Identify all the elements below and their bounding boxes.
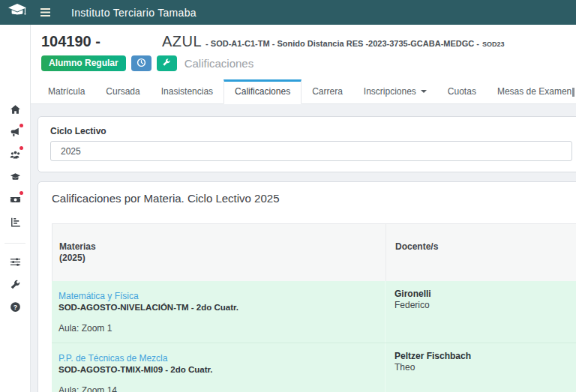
sidebar-item-academics[interactable] — [0, 167, 30, 190]
subject-aula: Aula: Zoom 14 — [58, 385, 377, 392]
sidebar-item-tools[interactable] — [0, 274, 30, 297]
grades-table: Materias (2025) Docente/s Matemática y F… — [52, 223, 576, 392]
history-button[interactable] — [131, 55, 152, 71]
megaphone-icon — [10, 127, 21, 141]
menu-toggle-icon[interactable] — [40, 7, 50, 18]
sidebar-divider — [4, 243, 26, 244]
notification-dot — [20, 191, 23, 195]
table-row: P.P. de Técnicas de Mezcla SOD-AGOSTO-TM… — [52, 343, 576, 392]
student-header: 104190 - AZUL - SOD-A1-C1-TM - Sonido Di… — [30, 25, 576, 80]
graduation-cap-icon — [10, 172, 21, 186]
tab-cursada[interactable]: Cursada — [95, 80, 150, 103]
sidebar-item-reports[interactable] — [0, 212, 30, 235]
wrench-small-icon — [162, 58, 171, 69]
subject-link[interactable]: Matemática y Física — [58, 291, 139, 302]
sliders-icon — [10, 256, 21, 271]
left-sidebar: ? — [0, 25, 30, 392]
tab-matricula[interactable]: Matrícula — [38, 80, 95, 103]
tab-carrera[interactable]: Carrera — [302, 80, 353, 103]
student-name: AZUL — [162, 33, 202, 50]
notification-dot — [20, 146, 23, 150]
grades-card: Calificaciones por Materia. Ciclo Lectiv… — [38, 181, 576, 392]
help-icon: ? — [10, 301, 21, 316]
student-id: 104190 - — [41, 33, 100, 50]
grades-title: Calificaciones por Materia. Ciclo Lectiv… — [52, 192, 576, 205]
chart-icon — [10, 217, 21, 231]
sidebar-item-announcements[interactable] — [0, 122, 30, 145]
status-badge: Alumno Regular — [41, 55, 126, 71]
admin-tools-button[interactable] — [157, 55, 177, 71]
current-section-label: Calificaciones — [184, 57, 254, 70]
notification-dot — [20, 124, 23, 127]
tab-calificaciones[interactable]: Calificaciones — [224, 79, 302, 104]
graduation-cap-logo-icon — [8, 3, 27, 22]
ciclo-lectivo-card: Ciclo Lectivo 2025 — [38, 116, 576, 172]
main-area: 104190 - AZUL - SOD-A1-C1-TM - Sonido Di… — [30, 25, 576, 392]
teacher-last-name: Peltzer Fischbach — [394, 351, 576, 362]
sidebar-item-help[interactable]: ? — [0, 297, 30, 319]
grades-table-header: Materias (2025) Docente/s — [52, 223, 576, 281]
svg-text:?: ? — [13, 303, 16, 310]
clock-icon — [136, 58, 146, 70]
ciclo-lectivo-label: Ciclo Lectivo — [50, 126, 572, 136]
tab-inscripciones-label: Inscripciones — [364, 86, 416, 97]
app-title: Instituto Terciario Tamaba — [71, 7, 196, 19]
users-icon — [10, 149, 21, 163]
tab-content: Ciclo Lectivo 2025 Calificaciones por Ma… — [30, 104, 576, 392]
table-row: Matemática y Física SOD-AGOSTO-NIVELACIÓ… — [52, 281, 576, 343]
app-logo[interactable] — [0, 3, 34, 22]
sidebar-item-payments[interactable] — [0, 190, 30, 212]
money-icon — [10, 194, 21, 208]
column-header-docentes: Docente/s — [395, 241, 576, 253]
tab-cuotas[interactable]: Cuotas — [437, 80, 487, 103]
home-icon — [10, 104, 21, 118]
subject-code: SOD-AGOSTO-TMIX-MI09 - 2do Cuatr. — [58, 364, 377, 376]
tab-mesas-de-examen[interactable]: Mesas de Examen — [487, 80, 576, 103]
sidebar-item-users[interactable] — [0, 145, 30, 167]
column-header-materias: Materias (2025) — [59, 241, 378, 264]
subject-link[interactable]: P.P. de Técnicas de Mezcla — [58, 353, 167, 364]
wrench-icon — [10, 279, 21, 293]
tab-inscripciones[interactable]: Inscripciones — [353, 80, 437, 103]
sidebar-item-preferences[interactable] — [0, 252, 30, 274]
subject-code: SOD-AGOSTO-NIVELACIÓN-TM - 2do Cuatr. — [58, 302, 377, 313]
clipped-tab-fragment — [572, 88, 574, 97]
top-navbar: Instituto Terciario Tamaba — [0, 0, 576, 25]
teacher-first-name: Theo — [394, 362, 576, 373]
student-program-details: - SOD-A1-C1-TM - Sonido Distancia RES -2… — [206, 39, 479, 48]
tab-bar: Matrícula Cursada Inasistencias Califica… — [30, 80, 576, 104]
student-program-code: SOD23 — [482, 40, 505, 48]
sidebar-item-home[interactable] — [0, 100, 30, 122]
ciclo-lectivo-value: 2025 — [61, 146, 81, 157]
tab-inasistencias[interactable]: Inasistencias — [151, 80, 224, 103]
teacher-first-name: Federico — [394, 300, 576, 311]
ciclo-lectivo-select[interactable]: 2025 — [50, 141, 572, 161]
subject-aula: Aula: Zoom 1 — [58, 323, 377, 334]
chevron-down-icon — [421, 90, 427, 93]
teacher-last-name: Gironelli — [394, 289, 576, 300]
